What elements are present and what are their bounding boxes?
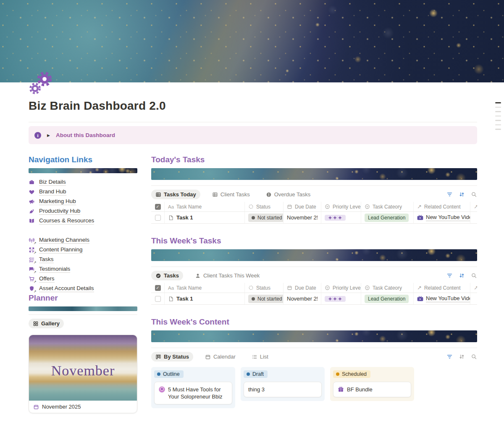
- callout-label[interactable]: About this Dashboard: [56, 132, 115, 138]
- task-title[interactable]: Task 1: [176, 214, 193, 221]
- tab-client-tasks[interactable]: Client Tasks: [208, 190, 254, 199]
- board-column-outline: Outline 5 Must Have Tools for Your Solop…: [151, 367, 235, 408]
- shield-icon: ↗: [29, 285, 35, 292]
- column-status[interactable]: Status: [245, 202, 284, 211]
- select-property-icon: [365, 285, 370, 290]
- column-related-content[interactable]: ↗Related Content: [414, 202, 470, 211]
- cover-image[interactable]: [0, 0, 504, 82]
- row-checkbox[interactable]: [155, 215, 161, 221]
- toc-line[interactable]: [495, 124, 501, 126]
- priority-badge[interactable]: [325, 296, 346, 302]
- category-tag[interactable]: Lead Generation: [365, 295, 409, 303]
- section-this-weeks-content: This Week's Content By Status Calendar L…: [151, 317, 477, 408]
- search-icon[interactable]: [471, 354, 477, 360]
- sidebar-item-brand-hub[interactable]: Brand Hub: [29, 187, 137, 197]
- column-priority-level[interactable]: Priority Level: [321, 202, 361, 211]
- toc-line[interactable]: [495, 111, 501, 112]
- table-row[interactable]: Task 1 Not started November 25, 2025 Lea…: [151, 293, 477, 305]
- tab-list[interactable]: List: [247, 352, 273, 362]
- column-due-date[interactable]: Due Date: [284, 283, 321, 293]
- tab-calendar[interactable]: Calendar: [201, 352, 240, 362]
- toc-line[interactable]: [495, 129, 501, 130]
- select-all-checkbox[interactable]: ✓: [155, 285, 161, 291]
- link-arrow-icon: ↗: [33, 261, 37, 264]
- tab-label: Client Tasks: [220, 191, 250, 198]
- priority-badge[interactable]: [325, 215, 346, 221]
- status-column-badge[interactable]: Draft: [244, 370, 268, 378]
- table-of-contents[interactable]: [495, 102, 501, 133]
- tab-label: Calendar: [213, 354, 236, 360]
- status-column-badge[interactable]: Outline: [154, 370, 184, 378]
- sidebar-item-offers[interactable]: ↗ Offers: [29, 274, 137, 284]
- table-row[interactable]: Task 1 Not started November 25, 2025 Lea…: [151, 212, 477, 224]
- related-content-link[interactable]: New YouTube Video: [426, 214, 470, 221]
- status-badge[interactable]: Not started: [248, 214, 284, 222]
- board-card[interactable]: BF Bundle: [333, 382, 411, 397]
- sort-icon[interactable]: [459, 272, 465, 279]
- relation-property-icon: ↗: [474, 203, 477, 210]
- search-icon[interactable]: [471, 191, 477, 198]
- column-overflow[interactable]: ↗: [470, 283, 477, 293]
- sidebar-item-marketing-channels[interactable]: ↗ Marketing Channels: [29, 235, 137, 245]
- select-all-checkbox[interactable]: ✓: [155, 204, 161, 210]
- sidebar-item-testimonials[interactable]: ↗ Testimonials: [29, 264, 137, 274]
- filter-icon[interactable]: [446, 272, 453, 279]
- column-priority-level[interactable]: Priority Level: [321, 283, 361, 293]
- tab-overdue-tasks[interactable]: Overdue Tasks: [262, 190, 315, 199]
- related-content-link[interactable]: New YouTube Video: [426, 295, 470, 302]
- status-dot: [336, 372, 339, 376]
- sidebar-item-content-planning[interactable]: ↗ Content Planning: [29, 245, 137, 255]
- column-related-content[interactable]: ↗Related Content: [414, 283, 470, 293]
- task-title[interactable]: Task 1: [176, 296, 193, 302]
- sidebar-item-label: Biz Details: [39, 179, 66, 186]
- section-banner-strip: [151, 330, 477, 342]
- board-card[interactable]: thing 3: [244, 382, 322, 397]
- sidebar-item-asset-account-details[interactable]: ↗ Asset Account Details: [29, 284, 137, 293]
- sidebar-item-label: Testimonials: [39, 266, 70, 273]
- category-tag[interactable]: Lead Generation: [365, 214, 409, 222]
- column-due-date[interactable]: Due Date: [284, 202, 321, 211]
- toc-line[interactable]: [495, 116, 501, 117]
- board-card[interactable]: 5 Must Have Tools for Your Solopreneur B…: [154, 382, 232, 404]
- sidebar-item-tasks[interactable]: ↗ Tasks: [29, 255, 137, 264]
- toggle-triangle-icon[interactable]: ▶: [47, 133, 50, 137]
- sidebar-item-biz-details[interactable]: Biz Details: [29, 177, 137, 187]
- column-task-name[interactable]: AaTask Name: [165, 202, 245, 211]
- status-dot: [252, 216, 255, 219]
- column-task-category[interactable]: Task Cateory: [361, 283, 414, 293]
- about-callout[interactable]: i ▶ About this Dashboard: [29, 126, 477, 144]
- tab-tasks-today[interactable]: Tasks Today: [151, 190, 200, 199]
- spacer: [29, 226, 137, 235]
- divider: [29, 122, 477, 122]
- filter-icon[interactable]: [446, 191, 453, 198]
- column-task-name[interactable]: AaTask Name: [165, 283, 245, 293]
- sidebar-item-courses-resources[interactable]: Courses & Resources: [29, 216, 137, 226]
- tab-gallery[interactable]: Gallery: [29, 319, 64, 328]
- link-arrow-icon: ↗: [33, 280, 37, 284]
- sidebar-item-productivity-hub[interactable]: Productivity Hub: [29, 206, 137, 216]
- column-status[interactable]: Status: [245, 283, 284, 293]
- search-icon[interactable]: [471, 272, 477, 279]
- column-task-category[interactable]: Related ContentTask Cateory: [361, 202, 414, 211]
- column-overflow[interactable]: ↗: [470, 202, 477, 211]
- gears-icon[interactable]: [29, 71, 53, 95]
- toc-line[interactable]: [495, 102, 501, 103]
- sidebar-item-marketing-hub[interactable]: Marketing Hub: [29, 197, 137, 206]
- tab-by-status[interactable]: By Status: [151, 352, 193, 362]
- filter-icon[interactable]: [446, 354, 453, 360]
- sort-icon[interactable]: [459, 191, 465, 198]
- toc-line[interactable]: [495, 120, 501, 121]
- due-date[interactable]: November 25, 2025: [287, 296, 318, 302]
- tab-tasks[interactable]: Tasks: [151, 271, 183, 280]
- row-checkbox[interactable]: [155, 296, 161, 302]
- tab-client-tasks-this-week[interactable]: Client Tasks This Week: [191, 271, 264, 280]
- toc-line[interactable]: [495, 107, 501, 108]
- status-badge[interactable]: Not started: [248, 295, 284, 303]
- planner-card-november[interactable]: November November 2025: [29, 335, 137, 413]
- sidebar-item-label: Brand Hub: [39, 188, 66, 195]
- sidebar-item-label: Tasks: [39, 256, 54, 263]
- gift-icon: [338, 386, 344, 393]
- due-date[interactable]: November 25, 2025: [287, 214, 318, 221]
- status-column-badge[interactable]: Scheduled: [333, 370, 370, 378]
- sort-icon[interactable]: [459, 354, 465, 360]
